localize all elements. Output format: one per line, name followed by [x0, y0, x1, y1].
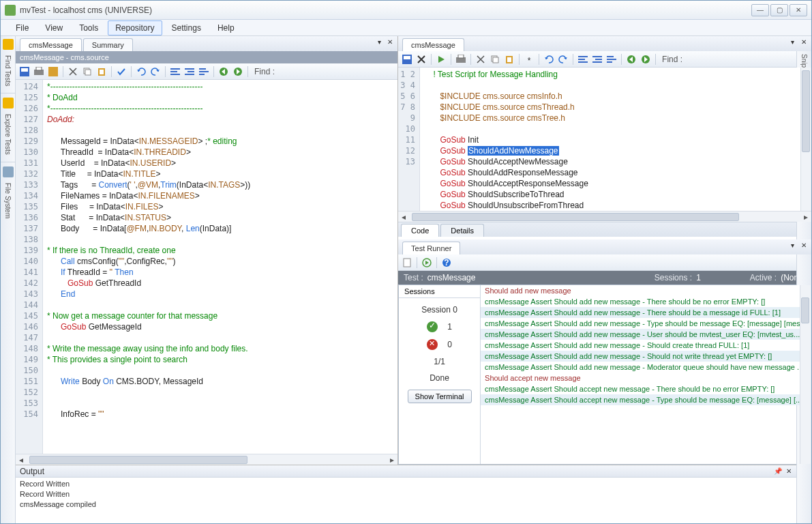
menu-settings[interactable]: Settings — [165, 21, 208, 35]
close-button[interactable]: ✕ — [790, 4, 807, 16]
prev-icon[interactable] — [625, 53, 637, 66]
left-hscrollbar[interactable]: ◂▸ — [16, 454, 397, 465]
tab-close-icon[interactable]: ✕ — [799, 38, 809, 47]
run-icon[interactable] — [435, 53, 447, 66]
result-row[interactable]: cmsMessage Assert Should add new message… — [481, 340, 811, 351]
next-icon[interactable] — [232, 66, 244, 78]
filesystem-icon[interactable] — [3, 166, 14, 177]
svg-rect-3 — [36, 67, 42, 70]
print-icon[interactable] — [455, 53, 467, 66]
sessions-tab[interactable]: Sessions — [399, 285, 480, 298]
svg-rect-37 — [607, 61, 612, 63]
runner-results[interactable]: Should add new messagecmsMessage Assert … — [481, 285, 811, 464]
tab-test-runner[interactable]: Test Runner — [402, 242, 460, 254]
tab-dropdown-icon[interactable]: ▾ — [374, 38, 384, 47]
menu-view[interactable]: View — [38, 21, 70, 35]
svg-rect-10 — [170, 71, 177, 72]
paste-icon[interactable] — [503, 53, 515, 66]
find-icon[interactable] — [3, 39, 14, 50]
svg-rect-33 — [595, 59, 602, 60]
left-code[interactable]: *---------------------------------------… — [43, 80, 397, 454]
rail-file-system[interactable]: File System — [4, 180, 12, 221]
menu-file[interactable]: File — [9, 21, 35, 35]
right-code[interactable]: ! Test Script for Message Handling $INCL… — [420, 68, 811, 211]
cut-icon[interactable] — [67, 66, 79, 78]
asterisk-icon[interactable]: * — [523, 53, 535, 66]
check-icon[interactable] — [115, 66, 127, 78]
run-tests-icon[interactable] — [421, 257, 433, 269]
save-icon[interactable] — [18, 66, 31, 78]
tab-cmsmessage[interactable]: cmsMessage — [20, 38, 82, 51]
right-code-editor[interactable]: 1 2 3 4 5 6 7 8 9 10 11 12 13 ! Test Scr… — [398, 68, 811, 211]
redo-icon[interactable] — [149, 66, 162, 78]
results-vscrollbar[interactable] — [800, 285, 811, 464]
result-row[interactable]: cmsMessage Assert Should accept new mess… — [481, 394, 811, 405]
indent-icon[interactable] — [591, 53, 603, 66]
paste-icon[interactable] — [95, 66, 108, 78]
menu-help[interactable]: Help — [211, 21, 241, 35]
tab-cmsmessage-right[interactable]: cmsMessage — [402, 38, 464, 51]
result-row[interactable]: cmsMessage Assert Should add new message… — [481, 296, 811, 307]
undo-icon[interactable] — [543, 53, 555, 66]
maximize-button[interactable]: ▢ — [770, 4, 788, 16]
svg-rect-29 — [578, 56, 588, 57]
help-icon[interactable]: ? — [440, 257, 453, 269]
result-row[interactable]: cmsMessage Assert Should add new message… — [481, 351, 811, 362]
right-bottom-tabs: Code Details — [398, 222, 811, 237]
tab-dropdown-icon[interactable]: ▾ — [788, 241, 798, 250]
menu-tools[interactable]: Tools — [72, 21, 105, 35]
result-row[interactable]: cmsMessage Assert Should add new message… — [481, 329, 811, 340]
print-icon[interactable] — [33, 66, 45, 78]
result-row[interactable]: cmsMessage Assert Should add new message… — [481, 318, 811, 329]
result-row[interactable]: cmsMessage Assert Should add new message… — [481, 307, 811, 318]
svg-rect-8 — [100, 70, 104, 74]
minimize-button[interactable]: — — [751, 4, 769, 16]
runner-body: Sessions Session 0 1 0 1/1 Done Show Ter… — [398, 285, 811, 465]
result-row[interactable]: Should add new message — [481, 285, 811, 296]
pin-icon[interactable]: 📌 — [773, 467, 783, 476]
format-icon[interactable] — [605, 53, 618, 66]
format-icon[interactable] — [198, 66, 210, 78]
close-icon[interactable]: ✕ — [784, 467, 794, 476]
rail-find-tests[interactable]: Find Tests — [4, 53, 12, 89]
result-row[interactable]: cmsMessage Assert Should accept new mess… — [481, 383, 811, 394]
result-row[interactable]: Should accept new message — [481, 373, 811, 383]
svg-rect-25 — [493, 57, 498, 63]
compile-icon[interactable] — [47, 66, 59, 78]
left-gutter: 124 125 126 127 128 129 130 131 132 133 … — [16, 80, 43, 454]
new-icon[interactable] — [401, 257, 413, 269]
menu-repository[interactable]: Repository — [108, 20, 162, 35]
left-code-editor[interactable]: 124 125 126 127 128 129 130 131 132 133 … — [16, 80, 397, 454]
save-icon[interactable] — [401, 53, 413, 66]
outdent-icon[interactable] — [169, 66, 181, 78]
progress: 1/1 — [434, 357, 445, 366]
right-vscrollbar[interactable] — [800, 68, 811, 211]
runner-sessions-panel: Sessions Session 0 1 0 1/1 Done Show Ter… — [399, 285, 481, 464]
tab-dropdown-icon[interactable]: ▾ — [788, 38, 798, 47]
find-label: Find : — [254, 67, 275, 76]
result-row[interactable]: cmsMessage Assert Should add new message… — [481, 362, 811, 373]
copy-icon[interactable] — [81, 66, 93, 78]
tab-close-icon[interactable]: ✕ — [385, 38, 395, 47]
redo-icon[interactable] — [557, 53, 569, 66]
cut-icon[interactable] — [475, 53, 487, 66]
outdent-icon[interactable] — [577, 53, 589, 66]
tab-close-icon[interactable]: ✕ — [799, 241, 809, 250]
tab-summary[interactable]: Summary — [83, 38, 133, 51]
svg-rect-1 — [21, 68, 28, 72]
svg-rect-31 — [578, 61, 588, 63]
rail-explore-tests[interactable]: Explore Tests — [4, 111, 12, 158]
copy-icon[interactable] — [489, 53, 501, 66]
prev-icon[interactable] — [217, 66, 230, 78]
explore-icon[interactable] — [3, 98, 14, 108]
btab-code[interactable]: Code — [401, 224, 439, 237]
next-icon[interactable] — [640, 53, 652, 66]
btab-details[interactable]: Details — [440, 224, 484, 237]
show-terminal-button[interactable]: Show Terminal — [408, 390, 472, 403]
delete-icon[interactable] — [415, 53, 427, 66]
svg-rect-40 — [404, 259, 410, 267]
undo-icon[interactable] — [135, 66, 147, 78]
right-hscrollbar[interactable]: ◂▸ — [398, 211, 811, 222]
indent-icon[interactable] — [183, 66, 196, 78]
output-body[interactable]: Record WrittenRecord WrittencmsMessage c… — [16, 478, 796, 523]
